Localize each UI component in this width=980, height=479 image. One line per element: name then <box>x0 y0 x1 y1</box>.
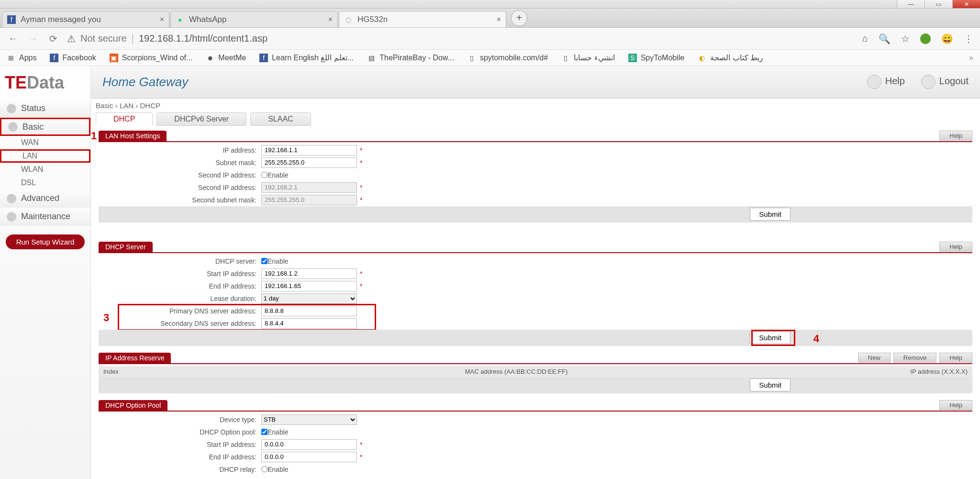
section-lan-host: 1 LAN Host Settings Help IP address:* Su… <box>99 131 972 223</box>
bookmark-item[interactable]: fLearn English تعلم اللغ... <box>259 53 354 62</box>
new-tab-button[interactable]: + <box>511 10 527 26</box>
star-icon[interactable]: ☆ <box>901 33 910 45</box>
address-field[interactable]: ⚠ Not secure | 192.168.1.1/html/content1… <box>67 33 855 45</box>
nav-back-button[interactable]: ← <box>7 33 19 44</box>
security-label: Not secure <box>80 33 127 44</box>
nav-forward-button[interactable]: → <box>27 33 39 44</box>
logout-link[interactable]: Logout <box>921 75 969 89</box>
subnet-mask-input[interactable] <box>261 157 357 168</box>
sidebar: TE Data Status Basic WAN LAN WLAN DSL Ad… <box>0 66 91 479</box>
bookmark-item[interactable]: ☻MeetMe <box>206 54 246 62</box>
option-pool-enable-checkbox[interactable] <box>261 429 267 435</box>
tab-slaac[interactable]: SLAAC <box>250 112 311 126</box>
browser-tab[interactable]: ● WhatsApp × <box>170 11 338 27</box>
tab-title: HG532n <box>357 15 388 24</box>
second-mask-label: Second subnet mask: <box>99 196 261 204</box>
pool-end-ip-input[interactable] <box>261 452 357 462</box>
start-ip-input[interactable] <box>261 268 357 279</box>
dhcp-relay-radio[interactable] <box>261 466 267 472</box>
breadcrumb: Basic › LAN › DHCP <box>91 99 980 112</box>
window-titlebar: — ▭ ✕ <box>0 0 980 9</box>
extension-icon[interactable] <box>920 33 931 44</box>
sidebar-item-basic[interactable]: Basic <box>0 118 90 136</box>
tab-close-icon[interactable]: × <box>497 15 501 24</box>
sidebar-item-advanced[interactable]: Advanced <box>0 189 90 208</box>
logo: TE Data <box>0 66 90 100</box>
submit-button[interactable]: Submit <box>750 208 791 221</box>
second-ip-enable-radio[interactable] <box>261 172 267 178</box>
key-icon[interactable]: ⌂ <box>862 33 868 44</box>
sidebar-label: Advanced <box>21 193 59 203</box>
apps-button[interactable]: ⊞Apps <box>7 54 36 62</box>
help-link[interactable]: Help <box>867 75 905 89</box>
ip-address-input[interactable] <box>261 145 357 156</box>
content-pane: 1 LAN Host Settings Help IP address:* Su… <box>91 131 980 479</box>
sidebar-sub-lan[interactable]: LAN <box>0 149 90 163</box>
lease-select[interactable]: 1 day <box>261 293 357 304</box>
bookmark-icon: ☻ <box>206 54 214 62</box>
bookmark-item[interactable]: ▯انشيء حسابا <box>561 53 614 62</box>
bookmark-label: ThePirateBay - Dow... <box>379 54 454 62</box>
new-button[interactable]: New <box>858 353 891 363</box>
bookmark-icon: ▤ <box>367 54 376 62</box>
bookmark-label: Facebook <box>62 54 96 62</box>
tab-dhcp[interactable]: DHCP <box>96 112 153 126</box>
help-button[interactable]: Help <box>939 400 972 410</box>
bookmark-item[interactable]: ▯spytomobile.com/d# <box>468 54 548 62</box>
option-pool-enable-label: DHCP Option pool: <box>99 428 261 436</box>
url-text: 192.168.1.1/html/content1.asp <box>139 33 267 44</box>
browser-tab-active[interactable]: ◌ HG532n × <box>339 11 506 27</box>
window-close-button[interactable]: ✕ <box>952 0 980 8</box>
window-maximize-button[interactable]: ▭ <box>924 0 952 8</box>
bookmark-label: Scorpions_Wind of... <box>122 54 193 62</box>
help-button[interactable]: Help <box>939 353 972 363</box>
sidebar-sub-dsl[interactable]: DSL <box>0 176 90 189</box>
bookmark-icon: ◐ <box>698 54 706 62</box>
dhcp-relay-label: DHCP relay: <box>99 466 261 473</box>
apps-icon: ⊞ <box>7 54 15 62</box>
pool-start-ip-input[interactable] <box>261 439 357 450</box>
col-ip: IP address (X.X.X.X) <box>805 368 968 375</box>
device-type-select[interactable]: STB <box>261 414 357 425</box>
bookmark-item[interactable]: ◐ربط كتاب الصحة <box>698 53 763 62</box>
end-ip-input[interactable] <box>261 281 357 291</box>
submit-button[interactable]: Submit <box>750 379 791 391</box>
browser-tab[interactable]: f Ayman messaged you × <box>2 11 169 27</box>
sidebar-sub-wlan[interactable]: WLAN <box>0 163 90 176</box>
annotation-2: 2 <box>91 131 92 131</box>
bookmark-item[interactable]: ▤ThePirateBay - Dow... <box>367 54 454 62</box>
maintenance-icon <box>7 212 16 222</box>
warning-icon: ⚠ <box>67 33 76 45</box>
logo-part-te: TE <box>5 73 27 93</box>
tab-dhcpv6[interactable]: DHCPv6 Server <box>156 112 246 126</box>
help-button[interactable]: Help <box>939 131 972 141</box>
run-setup-wizard-button[interactable]: Run Setup Wizard <box>6 234 85 249</box>
sidebar-sub-wan[interactable]: WAN <box>0 136 90 149</box>
bookmark-item[interactable]: SSpyToMobile <box>628 54 685 62</box>
remove-button[interactable]: Remove <box>893 353 936 363</box>
nav-reload-button[interactable]: ⟳ <box>47 33 59 45</box>
menu-icon[interactable]: ⋮ <box>964 33 973 45</box>
bookmarks-overflow[interactable]: » <box>969 54 973 62</box>
bookmark-item[interactable]: ▣Scorpions_Wind of... <box>110 54 193 62</box>
tab-title: WhatsApp <box>189 15 226 24</box>
annotation-3: 3 <box>103 312 109 324</box>
search-icon[interactable]: 🔍 <box>879 33 891 45</box>
whatsapp-icon: ● <box>176 15 184 24</box>
tab-close-icon[interactable]: × <box>160 15 164 24</box>
sidebar-item-maintenance[interactable]: Maintenance <box>0 208 90 226</box>
sidebar-item-status[interactable]: Status <box>0 100 90 118</box>
annotation-box-3 <box>118 304 376 331</box>
emoji-icon[interactable]: 😄 <box>941 33 953 45</box>
help-button[interactable]: Help <box>939 242 972 252</box>
window-minimize-button[interactable]: — <box>897 0 924 8</box>
dhcp-enable-checkbox[interactable] <box>261 258 267 264</box>
section-option-pool: DHCP Option Pool Help Device type:STB DH… <box>99 400 972 476</box>
bookmark-label: ربط كتاب الصحة <box>710 53 763 62</box>
app-header: Home Gateway Help Logout <box>91 66 980 99</box>
apps-label: Apps <box>19 54 36 62</box>
dhcp-enable-label: DHCP server: <box>99 257 261 265</box>
bookmark-item[interactable]: fFacebook <box>50 54 96 62</box>
tab-close-icon[interactable]: × <box>328 15 333 24</box>
second-ip-label: Second IP address: <box>99 184 261 191</box>
